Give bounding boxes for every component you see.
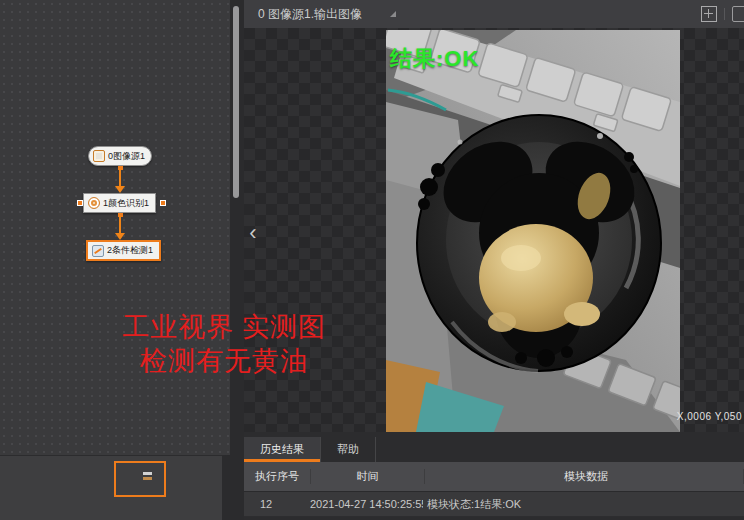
- history-table-header: 执行序号 时间 模块数据: [244, 462, 744, 492]
- result-overlay-text: 结果:OK: [390, 44, 479, 74]
- panel-divider: [230, 0, 244, 520]
- clipped-toolbar-icon[interactable]: [732, 6, 744, 22]
- cursor-coordinates-label: X,0006 Y,050: [677, 411, 742, 422]
- viewer-tabbar: 0 图像源1.输出图像: [244, 0, 744, 29]
- icon-separator: [724, 8, 725, 20]
- inspection-photo: [386, 30, 680, 432]
- flow-node-color-recognition[interactable]: 1颜色识别1: [83, 193, 156, 213]
- node-handle[interactable]: [77, 200, 83, 206]
- dropdown-corner-icon[interactable]: [390, 11, 396, 17]
- app-window: 0图像源1 1颜色识别1 2条件检测1 0 图像源1.: [0, 0, 744, 520]
- minimap-viewport[interactable]: [114, 461, 166, 497]
- image-source-icon: [93, 150, 105, 162]
- minimap-nodes-glyph: [143, 477, 152, 480]
- fit-to-window-icon[interactable]: [701, 6, 717, 22]
- flow-connector-line: [119, 168, 121, 188]
- cell-time: 2021-04-27 14:50:25:554: [310, 498, 423, 510]
- color-recognition-icon: [88, 197, 100, 209]
- flow-connector-line: [119, 215, 121, 235]
- vertical-scrollbar[interactable]: [233, 6, 239, 198]
- right-panel: 0 图像源1.输出图像: [244, 0, 744, 520]
- flow-node-image-source[interactable]: 0图像源1: [88, 146, 152, 166]
- column-header-exec-no: 执行序号: [244, 469, 311, 484]
- flowchart-minimap: [0, 455, 230, 520]
- node-handle[interactable]: [160, 200, 166, 206]
- flow-connector-arrowhead: [115, 186, 125, 193]
- minimap-nodes-glyph: [143, 472, 152, 475]
- cell-exec-no: 12: [244, 498, 310, 510]
- flow-node-condition-check[interactable]: 2条件检测1: [86, 240, 161, 261]
- history-table-row[interactable]: 12 2021-04-27 14:50:25:554 模块状态:1结果:OK: [244, 492, 744, 517]
- tab-history-results[interactable]: 历史结果: [244, 437, 321, 462]
- history-table: 执行序号 时间 模块数据 12 2021-04-27 14:50:25:554 …: [244, 462, 744, 517]
- collapse-panel-chevron-icon[interactable]: ‹: [244, 216, 262, 250]
- flow-node-label: 1颜色识别1: [103, 197, 149, 210]
- condition-check-icon: [92, 245, 104, 257]
- flow-node-label: 0图像源1: [108, 150, 145, 163]
- history-panel: 历史结果 帮助 执行序号 时间 模块数据 12 2021-04-27 14:50…: [244, 432, 744, 520]
- column-header-time: 时间: [311, 469, 425, 484]
- cell-module-data: 模块状态:1结果:OK: [423, 497, 744, 512]
- image-viewer: ‹ 结果:OK X,0006 Y,050: [244, 28, 744, 432]
- history-tabbar: 历史结果 帮助: [244, 437, 744, 462]
- viewer-tab-title[interactable]: 0 图像源1.输出图像: [258, 6, 362, 23]
- flow-connector-arrowhead: [115, 233, 125, 240]
- tab-help[interactable]: 帮助: [321, 437, 376, 462]
- column-header-module-data: 模块数据: [425, 469, 744, 484]
- flow-node-label: 2条件检测1: [107, 244, 153, 257]
- flowchart-panel: 0图像源1 1颜色识别1 2条件检测1: [0, 0, 230, 520]
